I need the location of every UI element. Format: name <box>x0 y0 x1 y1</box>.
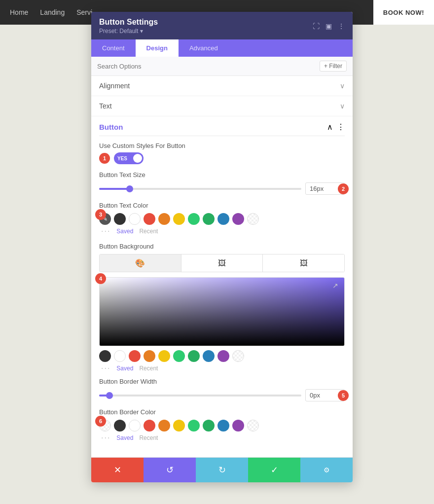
bg-swatch-orange[interactable] <box>144 350 155 362</box>
button-border-width-thumb[interactable] <box>106 392 113 399</box>
bg-swatch-yellow[interactable] <box>158 350 170 362</box>
settings-button[interactable]: ⚙ <box>300 458 353 482</box>
bg-swatch-light-green[interactable] <box>173 350 185 362</box>
button-text-color-label: Button Text Color <box>99 202 345 209</box>
confirm-button[interactable]: ✓ <box>248 458 300 482</box>
border-swatch-light-green[interactable] <box>188 420 200 432</box>
toggle-row: 1 YES <box>99 152 345 164</box>
bg-saved-link[interactable]: Saved <box>116 365 133 372</box>
alignment-arrow-icon: ∨ <box>340 82 345 90</box>
button-border-width-label: Button Border Width <box>99 378 345 385</box>
color-swatch-yellow[interactable] <box>173 213 185 225</box>
color-swatch-white[interactable] <box>129 213 141 225</box>
alignment-section-row[interactable]: Alignment ∨ <box>91 76 353 96</box>
saved-recent-row-bg: ··· Saved Recent <box>99 364 345 373</box>
border-recent-link[interactable]: Recent <box>139 434 158 441</box>
button-text-size-label: Button Text Size <box>99 171 345 179</box>
recent-link-1[interactable]: Recent <box>139 228 158 235</box>
button-section-icons: ∧ ⋮ <box>327 122 345 132</box>
color-swatch-green[interactable] <box>203 213 215 225</box>
bg-tab-image[interactable]: 🖼 <box>181 254 263 272</box>
border-swatch-red[interactable] <box>144 420 155 432</box>
button-bg-color-swatches <box>99 350 345 362</box>
bg-swatch-transparent[interactable] <box>232 350 244 362</box>
bg-swatch-white[interactable] <box>114 350 126 362</box>
saved-recent-row-1: ··· Saved Recent <box>99 227 345 236</box>
button-border-color-swatches: 6 <box>99 420 345 432</box>
custom-styles-row: Use Custom Styles For Button 1 YES <box>99 142 345 164</box>
filter-button[interactable]: + Filter <box>320 61 347 72</box>
button-text-size-slider-row: 2 <box>99 182 345 195</box>
settings-tabs: Content Design Advanced <box>91 39 353 57</box>
border-swatch-black[interactable] <box>114 420 126 432</box>
more-swatches-icon[interactable]: ··· <box>101 227 110 236</box>
bg-recent-link[interactable]: Recent <box>139 365 158 372</box>
undo-button[interactable]: ↺ <box>144 458 196 482</box>
button-section-more-icon[interactable]: ⋮ <box>337 122 345 132</box>
border-saved-link[interactable]: Saved <box>116 434 133 441</box>
color-swatch-black[interactable] <box>114 213 126 225</box>
button-border-width-track[interactable] <box>99 395 301 396</box>
search-input[interactable] <box>97 63 320 70</box>
text-arrow-icon: ∨ <box>340 102 345 110</box>
toggle-yes-label: YES <box>117 156 127 161</box>
cancel-button[interactable]: ✕ <box>91 458 144 482</box>
border-swatch-orange[interactable] <box>158 420 170 432</box>
bg-swatch-purple[interactable] <box>217 350 229 362</box>
button-text-size-thumb[interactable] <box>126 185 133 192</box>
button-text-size-section: Button Text Size 2 <box>99 171 345 195</box>
button-border-width-section: Button Border Width 5 <box>99 378 345 401</box>
more-icon[interactable]: ⋮ <box>338 22 345 30</box>
button-section-title-row: Button ∧ ⋮ <box>99 116 345 136</box>
color-area-handle-icon[interactable]: ↗ <box>332 282 338 289</box>
border-swatch-white[interactable] <box>129 420 141 432</box>
redo-button[interactable]: ↻ <box>196 458 248 482</box>
button-text-size-track[interactable] <box>99 188 301 190</box>
nav-home[interactable]: Home <box>10 8 28 16</box>
bg-swatch-green[interactable] <box>188 350 200 362</box>
color-swatch-blue[interactable] <box>217 213 229 225</box>
color-gradient-area[interactable]: ↗ <box>99 277 345 346</box>
border-swatch-purple[interactable] <box>232 420 244 432</box>
color-swatch-light-green[interactable] <box>188 213 200 225</box>
bg-swatch-red[interactable] <box>129 350 141 362</box>
button-border-width-slider-row: 5 <box>99 389 345 401</box>
button-background-section: Button Background 🎨 🖼 🖼 4 ↗ <box>99 243 345 373</box>
search-bar: + Filter <box>91 57 353 76</box>
button-text-size-input-wrapper: 2 <box>305 182 345 195</box>
more-border-swatches-icon[interactable]: ··· <box>101 433 110 442</box>
split-icon[interactable]: ▣ <box>326 22 332 30</box>
border-swatch-green[interactable] <box>203 420 215 432</box>
color-swatch-red[interactable] <box>144 213 155 225</box>
text-label: Text <box>99 102 112 110</box>
button-section-title: Button <box>99 123 123 131</box>
tab-design[interactable]: Design <box>136 39 179 57</box>
step-badge-5: 5 <box>338 390 349 401</box>
color-swatch-orange[interactable] <box>158 213 170 225</box>
step-badge-4: 4 <box>95 273 106 284</box>
fullscreen-icon[interactable]: ⛶ <box>313 22 320 30</box>
text-section-row[interactable]: Text ∨ <box>91 96 353 116</box>
panel-header-text: Button Settings Preset: Default ▾ <box>99 18 158 35</box>
border-swatch-transparent[interactable] <box>247 420 259 432</box>
color-swatch-purple[interactable] <box>232 213 244 225</box>
color-swatch-transparent[interactable] <box>247 213 259 225</box>
color-picker-badge-6: 6 <box>99 420 111 432</box>
more-bg-swatches-icon[interactable]: ··· <box>101 364 110 373</box>
button-section-collapse-icon[interactable]: ∧ <box>327 122 333 132</box>
bg-tab-image2[interactable]: 🖼 <box>263 254 344 272</box>
custom-styles-toggle[interactable]: YES <box>114 152 144 164</box>
border-swatch-yellow[interactable] <box>173 420 185 432</box>
panel-preset: Preset: Default ▾ <box>99 28 158 35</box>
background-type-tabs: 🎨 🖼 🖼 <box>99 254 345 272</box>
tab-content[interactable]: Content <box>91 39 136 57</box>
bg-tab-color[interactable]: 🎨 <box>100 254 181 272</box>
button-section: Button ∧ ⋮ Use Custom Styles For Button … <box>91 116 353 457</box>
book-now-button[interactable]: BOOK NOW! <box>373 0 434 25</box>
bg-swatch-blue[interactable] <box>203 350 215 362</box>
tab-advanced[interactable]: Advanced <box>179 39 229 57</box>
bg-swatch-black[interactable] <box>99 350 111 362</box>
border-swatch-blue[interactable] <box>217 420 229 432</box>
saved-link-1[interactable]: Saved <box>116 228 133 235</box>
nav-landing[interactable]: Landing <box>40 8 65 16</box>
